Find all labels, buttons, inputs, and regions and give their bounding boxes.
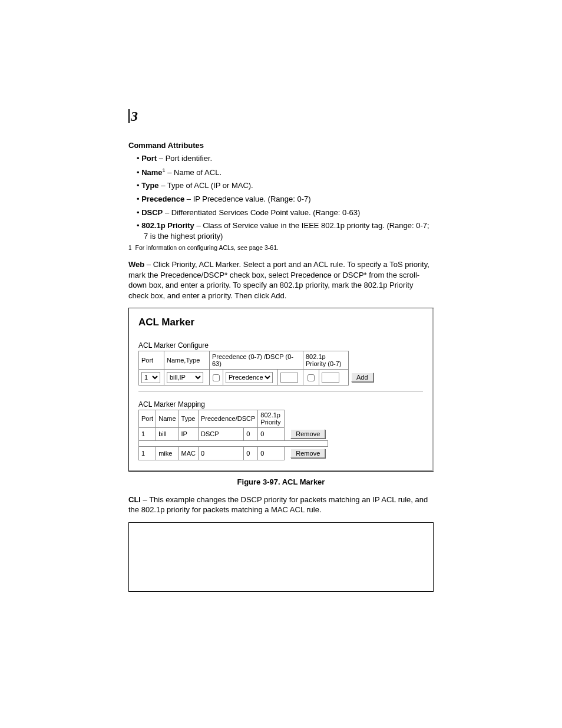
attr-8021p: 802.1p Priority – Class of Service value… [137, 220, 434, 241]
attr-precedence: Precedence – IP Precedence value. (Range… [137, 194, 434, 205]
prec-value-input[interactable] [280, 373, 298, 383]
prec-dscp-checkbox[interactable] [213, 374, 220, 381]
configure-heading: ACL Marker Configure [138, 341, 423, 350]
cli-paragraph: CLI – This example changes the DSCP prio… [128, 495, 434, 515]
table-row: 1 mike MAC 0 0 0 Remove [139, 447, 328, 460]
configure-table: Port Name,Type Precedence (0-7) /DSCP (0… [138, 351, 376, 386]
attr-port: Port – Port identifier. [137, 153, 434, 164]
acl-marker-title: ACL Marker [138, 317, 423, 328]
nametype-select[interactable]: bill,IP [167, 372, 203, 383]
acl-marker-screenshot: ACL Marker ACL Marker Configure Port Nam… [128, 308, 434, 471]
cfg-head-8021p: 802.1p Priority (0-7) [303, 351, 349, 370]
chapter-number: 3 [128, 109, 138, 123]
add-button[interactable]: Add [351, 373, 373, 382]
web-paragraph: Web – Click Priority, ACL Marker. Select… [128, 259, 434, 301]
table-row: 1 bill IP DSCP 0 0 Remove [139, 427, 328, 441]
port-select[interactable]: 1 [141, 372, 160, 383]
cfg-head-port: Port [139, 351, 164, 370]
figure-caption: Figure 3-97. ACL Marker [128, 477, 434, 486]
attr-dscp: DSCP – Differentiated Services Code Poin… [137, 207, 434, 218]
cfg-head-nametype: Name,Type [164, 351, 210, 370]
cli-example-box [128, 522, 434, 592]
map-head-prec: Precedence/DSCP [198, 410, 257, 427]
mapping-heading: ACL Marker Mapping [138, 400, 423, 409]
attr-name: Name1 – Name of ACL. [137, 167, 434, 178]
prec-dscp-select[interactable]: Precedence [226, 372, 273, 383]
p8021-checkbox[interactable] [308, 374, 315, 381]
remove-button[interactable]: Remove [290, 429, 325, 439]
attribute-list: Port – Port identifier. Name1 – Name of … [128, 153, 434, 241]
map-head-8021p: 802.1p Priority [258, 410, 285, 427]
p8021-value-input[interactable] [322, 373, 339, 383]
map-head-type: Type [178, 410, 198, 427]
attr-type: Type – Type of ACL (IP or MAC). [137, 180, 434, 191]
map-head-port: Port [139, 410, 156, 427]
map-head-name: Name [156, 410, 178, 427]
mapping-table: Port Name Type Precedence/DSCP 802.1p Pr… [138, 410, 328, 460]
section-heading: Command Attributes [128, 141, 434, 150]
remove-button[interactable]: Remove [290, 449, 325, 458]
cfg-head-prec: Precedence (0-7) /DSCP (0-63) [210, 351, 303, 370]
footnote: 1For information on configuring ACLs, se… [128, 244, 434, 251]
